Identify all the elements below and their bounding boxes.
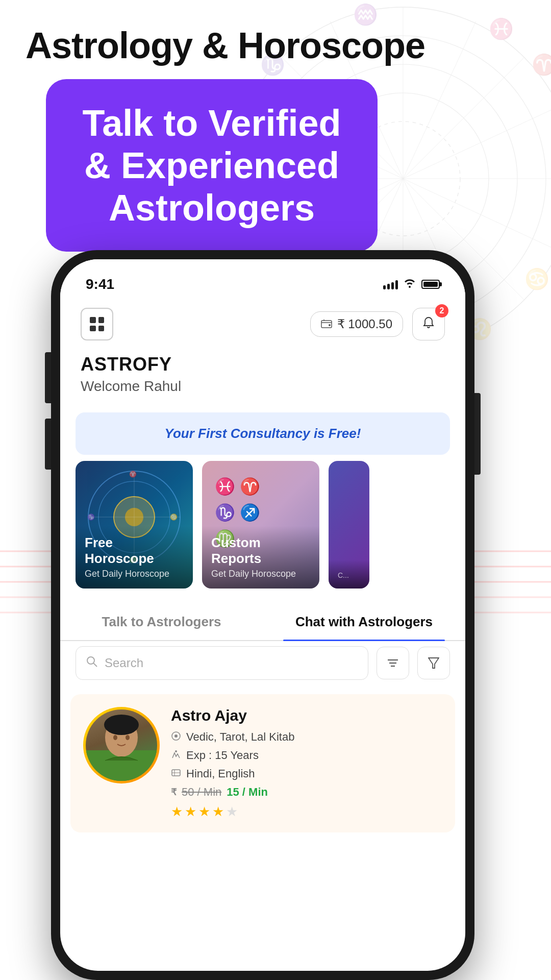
welcome-text: Welcome Rahul	[81, 378, 181, 395]
phone-mockup: 9:41	[51, 250, 474, 980]
battery-icon	[421, 280, 440, 289]
search-icon	[86, 656, 97, 670]
star-4: ★	[212, 804, 224, 820]
wifi-icon	[404, 279, 415, 290]
price-original: 50 / Min	[182, 786, 221, 799]
star-5: ★	[226, 804, 238, 820]
speciality-icon	[171, 731, 181, 744]
card-subtitle-3: C...	[338, 571, 360, 579]
lang-icon	[171, 768, 181, 780]
app-header: ₹ 1000.50 2	[60, 300, 465, 348]
avatar-inner	[86, 709, 157, 781]
wallet-amount: ₹ 1000.50	[337, 317, 392, 331]
menu-button[interactable]	[81, 308, 113, 340]
svg-point-59	[104, 715, 139, 735]
app-name: ASTROFY	[81, 354, 181, 375]
svg-text:♋: ♋	[170, 513, 178, 521]
status-time: 9:41	[86, 276, 114, 292]
feature-card-reports[interactable]: ♓ ♈♑ ♐♍ Custom Reports Get Daily Horosco…	[202, 461, 319, 589]
astrologer-experience: Exp : 15 Years	[186, 749, 259, 762]
svg-line-52	[93, 663, 97, 667]
card-overlay-3: C...	[329, 560, 369, 589]
astrologer-price-row: ₹ 50 / Min 15 / Min	[171, 786, 442, 799]
astrologer-speciality: Vedic, Tarot, Lal Kitab	[186, 730, 294, 744]
tab-chat-astrologers[interactable]: Chat with Astrologers	[263, 604, 465, 640]
stars-row: ★ ★ ★ ★ ★	[171, 804, 442, 820]
page-title: Astrology & Horoscope	[26, 26, 425, 66]
svg-marker-56	[429, 658, 439, 668]
notification-button[interactable]: 2	[412, 308, 445, 340]
speech-bubble: Talk to Verified & Experienced Astrologe…	[46, 79, 378, 252]
exp-icon	[171, 749, 181, 762]
svg-text:♈: ♈	[532, 53, 551, 77]
card-subtitle-1: Get Daily Horoscope	[85, 569, 184, 579]
svg-point-60	[113, 735, 117, 740]
astrologer-exp-row: Exp : 15 Years	[171, 749, 442, 762]
wallet-balance[interactable]: ₹ 1000.50	[310, 311, 403, 337]
svg-text:♈: ♈	[129, 470, 137, 478]
card-title-2: Custom Reports	[211, 535, 310, 567]
search-placeholder: Search	[105, 656, 143, 670]
astrologer-avatar	[83, 707, 160, 783]
power-button	[474, 393, 481, 475]
app-name-section: ASTROFY Welcome Rahul	[81, 354, 181, 395]
card-overlay-1: Free Horoscope Get Daily Horoscope	[76, 526, 193, 589]
header-right: ₹ 1000.50 2	[310, 308, 445, 340]
card-title-1: Free Horoscope	[85, 535, 184, 567]
svg-point-64	[175, 750, 177, 752]
svg-point-51	[87, 657, 94, 664]
search-input-container[interactable]: Search	[76, 646, 368, 680]
svg-point-61	[126, 735, 130, 740]
phone-screen: 9:41	[60, 259, 465, 971]
star-3: ★	[198, 804, 210, 820]
astrologer-card[interactable]: Astro Ajay Vedic, Tarot, Lal Kitab Exp :…	[70, 694, 455, 832]
svg-point-40	[329, 324, 331, 326]
status-bar: 9:41	[60, 259, 465, 300]
feature-card-horoscope[interactable]: ♈ ♋ ♎ ♑ Free Horoscope Get Daily Horosco…	[76, 461, 193, 589]
bubble-text: Talk to Verified & Experienced Astrologe…	[74, 102, 349, 229]
svg-rect-39	[321, 321, 332, 328]
signal-icon	[383, 279, 398, 289]
signal-bar-2	[387, 284, 390, 289]
svg-text:♋: ♋	[524, 267, 549, 291]
volume-up-button	[45, 352, 51, 403]
svg-text:♑: ♑	[87, 513, 95, 521]
sort-filter-button[interactable]	[377, 647, 409, 679]
signal-bar-1	[383, 285, 386, 289]
tab-bar: Talk to Astrologers Chat with Astrologer…	[60, 604, 465, 641]
rupee-icon: ₹	[171, 787, 177, 798]
astrologer-languages: Hindi, English	[186, 767, 255, 780]
bell-icon	[422, 316, 435, 332]
search-area: Search	[76, 646, 450, 680]
astrologer-lang-row: Hindi, English	[171, 767, 442, 780]
consultancy-banner[interactable]: Your First Consultancy is Free!	[76, 412, 450, 455]
astrologer-name: Astro Ajay	[171, 707, 442, 724]
status-icons	[383, 279, 440, 290]
star-2: ★	[185, 804, 196, 820]
filter-button[interactable]	[417, 647, 450, 679]
phone-frame: 9:41	[51, 250, 474, 980]
signal-bar-3	[391, 282, 394, 289]
grid-icon	[90, 317, 104, 331]
star-1: ★	[171, 804, 183, 820]
consultancy-text: Your First Consultancy is Free!	[89, 426, 437, 442]
tab-talk-astrologers[interactable]: Talk to Astrologers	[60, 604, 263, 640]
feature-card-more[interactable]: C...	[329, 461, 369, 589]
svg-text:♓: ♓	[489, 17, 514, 41]
avatar-ring	[83, 707, 160, 783]
battery-fill	[423, 282, 438, 287]
svg-text:♒: ♒	[353, 3, 378, 27]
card-subtitle-2: Get Daily Horoscope	[211, 569, 310, 579]
feature-cards: ♈ ♋ ♎ ♑ Free Horoscope Get Daily Horosco…	[76, 461, 369, 589]
wallet-icon	[321, 317, 332, 331]
notification-badge: 2	[435, 304, 448, 317]
signal-bar-4	[395, 280, 398, 289]
astrologer-speciality-row: Vedic, Tarot, Lal Kitab	[171, 730, 442, 744]
price-current: 15 / Min	[227, 786, 268, 799]
svg-point-63	[174, 734, 178, 738]
card-overlay-2: Custom Reports Get Daily Horoscope	[202, 526, 319, 589]
volume-down-button	[45, 419, 51, 470]
astrologer-info: Astro Ajay Vedic, Tarot, Lal Kitab Exp :…	[171, 707, 442, 820]
